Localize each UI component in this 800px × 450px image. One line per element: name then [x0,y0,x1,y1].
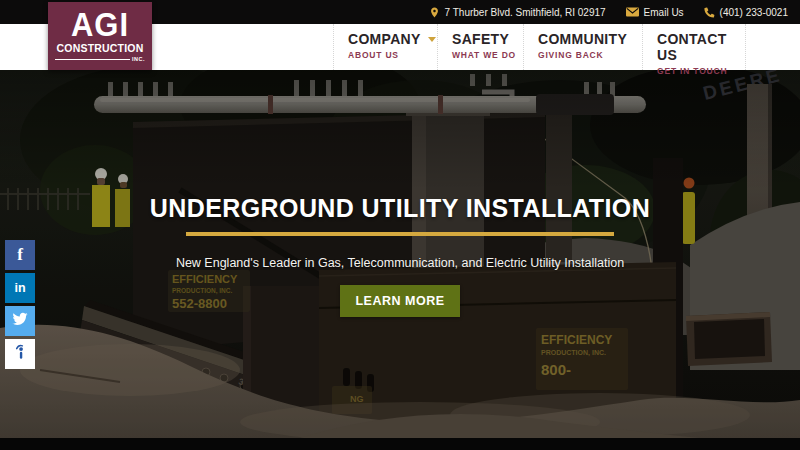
indeed-link[interactable] [5,339,35,369]
nav-items: COMPANY ABOUT US SAFETY WHAT WE DO COMMU… [333,24,746,70]
logo-inc-text: INC. [132,56,145,62]
linkedin-icon: in [14,281,25,295]
logo-agi-text: AGI [71,9,129,41]
logo-rule [55,59,130,60]
social-sidebar: f in [5,240,35,369]
topbar-phone: (401) 233-0021 [720,7,788,18]
hero-gold-underline [186,232,614,236]
nav-item-community[interactable]: COMMUNITY GIVING BACK [523,24,642,70]
hero-title: UNDERGROUND UTILITY INSTALLATION [150,194,650,223]
learn-more-button[interactable]: LEARN MORE [340,285,459,317]
email-link[interactable]: Email Us [626,7,684,18]
nav-item-safety[interactable]: SAFETY WHAT WE DO [437,24,523,70]
nav-contact-sublabel: GET IN TOUCH [657,66,745,76]
logo-construction-text: CONSTRUCTION [57,42,144,54]
facebook-link[interactable]: f [5,240,35,270]
nav-contact-label: CONTACT US [657,31,745,63]
chevron-down-icon [428,37,436,42]
twitter-bird-icon [12,311,28,331]
linkedin-link[interactable]: in [5,273,35,303]
topbar-email-label: Email Us [644,7,684,18]
nav-safety-sublabel: WHAT WE DO [452,50,523,60]
nav-company-label: COMPANY [348,31,421,47]
agi-construction-homepage: 7 Thurber Blvd. Smithfield, RI 02917 Ema… [0,0,800,450]
phone-icon [704,7,715,18]
nav-item-company[interactable]: COMPANY ABOUT US [333,24,437,70]
nav-safety-label: SAFETY [452,31,509,47]
topbar-address: 7 Thurber Blvd. Smithfield, RI 02917 [445,7,606,18]
nav-company-sublabel: ABOUT US [348,50,437,60]
phone-link[interactable]: (401) 233-0021 [704,7,788,18]
hero-subtitle: New England's Leader in Gas, Telecommuni… [176,256,624,270]
twitter-link[interactable] [5,306,35,336]
location-pin-icon [429,6,440,19]
facebook-icon: f [17,245,23,265]
nav-item-contact[interactable]: CONTACT US GET IN TOUCH [642,24,746,70]
indeed-icon [12,343,28,365]
address-item: 7 Thurber Blvd. Smithfield, RI 02917 [429,6,606,19]
hero-content: UNDERGROUND UTILITY INSTALLATION New Eng… [0,70,800,438]
envelope-icon [626,7,639,17]
hero-section: DEERE [0,70,800,438]
nav-community-label: COMMUNITY [538,31,627,47]
nav-community-sublabel: GIVING BACK [538,50,642,60]
agi-logo[interactable]: AGI CONSTRUCTION INC. [48,2,152,70]
bottom-strip [0,438,800,450]
